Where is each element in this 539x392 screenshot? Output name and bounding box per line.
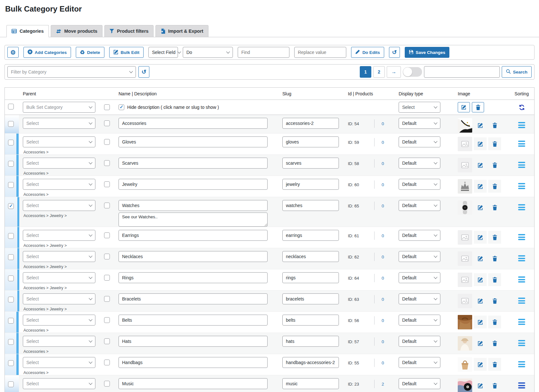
bulk-edit-button[interactable]: Bulk Edit <box>109 47 144 58</box>
row-checkbox[interactable] <box>8 121 14 127</box>
parent-select[interactable]: Select <box>23 200 95 211</box>
parent-select[interactable]: Select <box>23 230 95 241</box>
category-name-input[interactable] <box>119 293 268 304</box>
edit-image-button[interactable] <box>474 358 487 371</box>
category-slug-input[interactable] <box>282 293 339 304</box>
category-slug-input[interactable] <box>282 378 339 389</box>
parent-select[interactable]: Select <box>23 357 95 368</box>
row-checkbox[interactable] <box>8 233 14 239</box>
category-name-input[interactable] <box>119 357 268 368</box>
row-checkbox[interactable] <box>8 339 14 345</box>
category-name-input[interactable] <box>119 179 268 190</box>
row-checkbox[interactable] <box>8 360 14 366</box>
edit-image-button[interactable] <box>474 252 487 265</box>
parent-select[interactable]: Select <box>23 293 95 304</box>
parent-select[interactable]: Select <box>23 378 95 389</box>
products-count-link[interactable]: 0 <box>382 233 384 238</box>
products-count-link[interactable]: 0 <box>382 318 384 323</box>
display-type-select[interactable]: Default <box>399 158 440 169</box>
drag-sort-handle[interactable] <box>518 276 525 283</box>
drag-sort-handle[interactable] <box>518 340 525 346</box>
do-edits-button[interactable]: Do Edits <box>351 47 384 58</box>
category-image-thumbnail[interactable] <box>458 336 472 351</box>
category-image-thumbnail[interactable] <box>458 294 472 308</box>
products-count-link[interactable]: 0 <box>382 276 384 281</box>
tab-move-products[interactable]: Move products <box>51 25 102 37</box>
category-name-input[interactable] <box>119 336 268 347</box>
edit-image-button[interactable] <box>474 231 487 244</box>
category-slug-input[interactable] <box>282 179 339 190</box>
delete-button[interactable]: ♻ Delete <box>76 47 104 58</box>
description-checkbox[interactable] <box>104 296 110 302</box>
description-checkbox[interactable] <box>104 317 110 323</box>
edit-image-button[interactable] <box>474 379 487 392</box>
delete-image-button[interactable] <box>488 316 501 328</box>
parent-select[interactable]: Select <box>23 336 95 347</box>
products-count-link[interactable]: 0 <box>382 339 384 344</box>
category-image-thumbnail[interactable] <box>458 137 472 151</box>
display-type-select[interactable]: Default <box>399 179 440 190</box>
description-checkbox[interactable] <box>104 338 110 344</box>
undo-button[interactable]: ↺ <box>389 47 400 58</box>
delete-image-button[interactable] <box>488 201 501 214</box>
delete-image-button[interactable] <box>488 119 501 132</box>
find-input[interactable] <box>238 47 289 58</box>
category-slug-input[interactable] <box>282 230 339 241</box>
category-image-thumbnail[interactable] <box>458 379 472 392</box>
page-2-button[interactable]: 2 <box>373 66 385 78</box>
category-name-input[interactable] <box>119 378 268 389</box>
delete-image-button[interactable] <box>488 180 501 193</box>
tab-import-export[interactable]: Import & Export <box>155 25 208 37</box>
products-count-link[interactable]: 0 <box>382 140 384 145</box>
description-checkbox[interactable] <box>104 360 110 365</box>
delete-image-button[interactable] <box>488 231 501 244</box>
edit-image-button[interactable] <box>474 180 487 193</box>
bulk-set-category-select[interactable]: Bulk Set Category <box>23 102 95 113</box>
category-image-thumbnail[interactable] <box>458 118 472 133</box>
description-checkbox[interactable] <box>104 232 110 238</box>
do-dropdown[interactable]: Do <box>183 47 233 58</box>
search-button[interactable]: Search <box>502 66 532 78</box>
category-slug-input[interactable] <box>282 336 339 347</box>
description-checkbox[interactable] <box>104 203 110 208</box>
category-image-thumbnail[interactable] <box>458 200 472 215</box>
delete-image-button[interactable] <box>488 358 501 371</box>
refresh-sorting-icon[interactable] <box>519 104 525 110</box>
delete-image-button[interactable] <box>488 252 501 265</box>
description-checkbox[interactable] <box>104 181 110 187</box>
select-field-dropdown[interactable]: Select Field <box>148 47 178 58</box>
products-count-link[interactable]: 0 <box>382 361 384 365</box>
category-name-input[interactable] <box>119 315 268 326</box>
row-checkbox[interactable] <box>8 140 14 145</box>
hide-description-checkbox[interactable] <box>119 104 124 110</box>
display-type-select[interactable]: Default <box>399 378 440 389</box>
category-image-thumbnail[interactable] <box>458 158 472 172</box>
add-categories-button[interactable]: Add Categories <box>23 47 71 58</box>
bulk-display-type-select[interactable]: Select <box>399 102 440 113</box>
display-type-select[interactable]: Default <box>399 336 440 347</box>
display-type-select[interactable]: Default <box>399 315 440 326</box>
delete-image-button[interactable] <box>488 273 501 286</box>
drag-sort-handle[interactable] <box>518 382 525 388</box>
drag-sort-handle[interactable] <box>518 319 525 325</box>
row-checkbox[interactable] <box>8 161 14 167</box>
edit-image-button[interactable] <box>474 337 487 350</box>
save-changes-button[interactable]: Save Changes <box>405 47 449 58</box>
category-name-input[interactable] <box>119 200 268 211</box>
category-image-thumbnail[interactable] <box>458 251 472 266</box>
bulk-edit-image-button[interactable] <box>458 102 470 112</box>
drag-sort-handle[interactable] <box>518 141 525 147</box>
search-input[interactable] <box>424 66 500 78</box>
tab-categories[interactable]: Categories <box>6 25 49 37</box>
description-checkbox[interactable] <box>104 381 110 387</box>
category-slug-input[interactable] <box>282 251 339 262</box>
tab-product-filters[interactable]: Product filters <box>104 25 154 37</box>
category-name-input[interactable] <box>119 136 268 147</box>
toggle-switch[interactable] <box>403 67 422 77</box>
category-slug-input[interactable] <box>282 272 339 283</box>
products-count-link[interactable]: 0 <box>382 297 384 302</box>
products-count-link[interactable]: 2 <box>382 382 384 387</box>
description-checkbox[interactable] <box>104 139 110 145</box>
display-type-select[interactable]: Default <box>399 251 440 262</box>
reset-filter-button[interactable]: ↺ <box>138 66 149 78</box>
